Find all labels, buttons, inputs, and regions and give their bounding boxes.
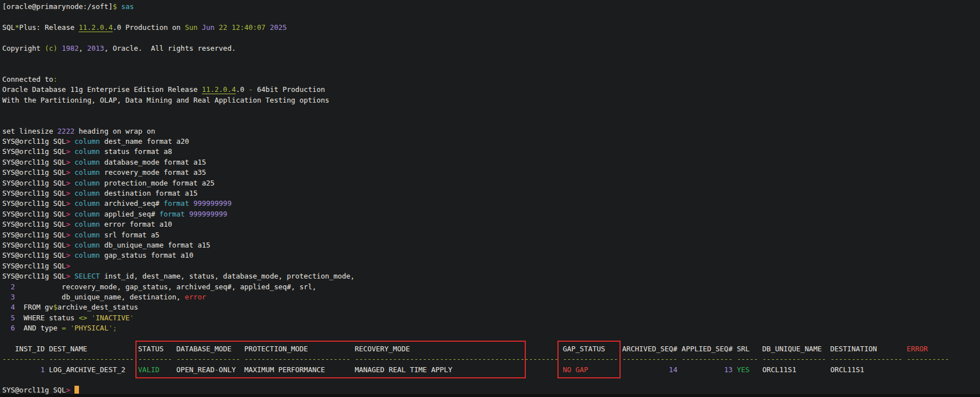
terminal-line: 6 AND type = 'PHYSICAL'; — [2, 323, 980, 333]
terminal-line: SYS@orcl11g SQL> SELECT inst_id, dest_na… — [2, 271, 980, 281]
terminal-line: Oracle Database 11g Enterprise Edition R… — [2, 85, 980, 95]
terminal-line — [2, 12, 980, 22]
terminal-line: INST_ID DEST_NAME STATUS DATABASE_MODE P… — [2, 344, 980, 354]
terminal-line: 5 WHERE status <> 'INACTIVE' — [2, 313, 980, 323]
terminal-line — [2, 375, 980, 385]
terminal-line: 4 FROM gv$archive_dest_status — [2, 302, 980, 312]
terminal-line — [2, 33, 980, 43]
terminal-line: 2 recovery_mode, gap_status, archived_se… — [2, 282, 980, 292]
terminal-cursor — [74, 386, 79, 394]
terminal-line: set linesize 2222 heading on wrap on — [2, 126, 980, 136]
terminal-line: SYS@orcl11g SQL> column status format a8 — [2, 147, 980, 157]
terminal-line: SYS@orcl11g SQL> column destination form… — [2, 188, 980, 198]
terminal-line: SYS@orcl11g SQL> column recovery_mode fo… — [2, 167, 980, 178]
terminal-line — [2, 116, 980, 126]
terminal-line: Connected to: — [2, 74, 980, 85]
terminal-line: SYS@orcl11g SQL> column error format a10 — [2, 219, 980, 230]
terminal-line: 1 LOG_ARCHIVE_DEST_2 VALID OPEN_READ-ONL… — [2, 365, 980, 375]
terminal-line: 3 db_unique_name, destination, error — [2, 292, 980, 302]
terminal-line: SYS@orcl11g SQL> column applied_seq# for… — [2, 209, 980, 219]
terminal-line — [2, 64, 980, 74]
terminal-line — [2, 54, 980, 64]
terminal-line: SYS@orcl11g SQL> column database_mode fo… — [2, 157, 980, 167]
terminal-line: Copyright (c) 1982, 2013, Oracle. All ri… — [2, 43, 980, 54]
terminal-line: With the Partitioning, OLAP, Data Mining… — [2, 95, 980, 105]
terminal-line: [oracle@primarynode:/soft]$ sas — [2, 2, 980, 12]
terminal-line — [2, 334, 980, 344]
terminal-line: SYS@orcl11g SQL> column srl format a5 — [2, 230, 980, 240]
terminal-line: SYS@orcl11g SQL> column gap_status forma… — [2, 250, 980, 261]
terminal[interactable]: [oracle@primarynode:/soft]$ sasSQL*Plus:… — [0, 0, 980, 397]
terminal-line — [2, 105, 980, 116]
terminal-line: ---------- -------------------- --------… — [2, 354, 980, 364]
window-bottom-edge — [0, 394, 980, 397]
terminal-output: [oracle@primarynode:/soft]$ sasSQL*Plus:… — [2, 2, 980, 396]
terminal-line: SYS@orcl11g SQL> column archived_seq# fo… — [2, 198, 980, 209]
terminal-line: SYS@orcl11g SQL> — [2, 261, 980, 271]
terminal-line: SYS@orcl11g SQL> column db_unique_name f… — [2, 240, 980, 250]
terminal-line: SYS@orcl11g SQL> column protection_mode … — [2, 178, 980, 188]
terminal-line: SQL*Plus: Release 11.2.0.4.0 Production … — [2, 23, 980, 33]
terminal-line: SYS@orcl11g SQL> column dest_name format… — [2, 136, 980, 147]
